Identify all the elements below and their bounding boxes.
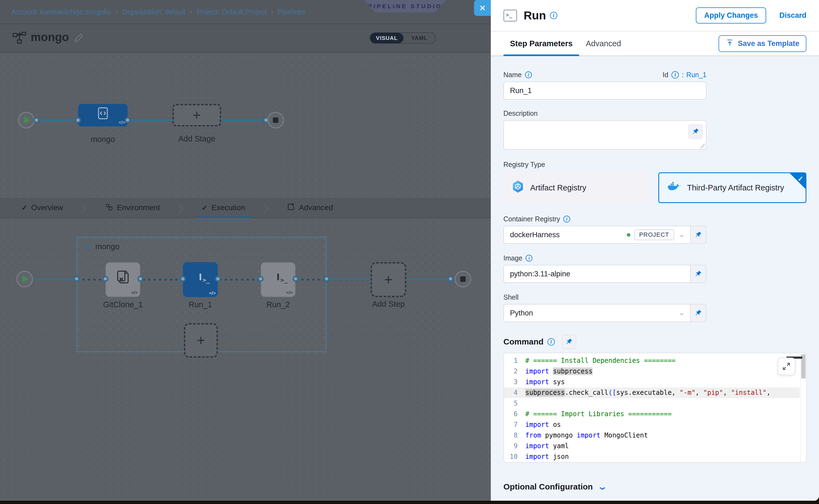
registry-type-label: Registry Type bbox=[504, 161, 806, 169]
shell-label: Shell bbox=[504, 293, 806, 301]
optional-configuration-label: Optional Configuration bbox=[504, 482, 593, 491]
add-step-button[interactable]: + bbox=[370, 262, 406, 297]
name-input[interactable] bbox=[504, 82, 707, 100]
code-line[interactable]: 7import os bbox=[504, 419, 800, 430]
code-line[interactable]: 3import sys bbox=[504, 377, 800, 387]
close-drawer-button[interactable]: ✕ bbox=[474, 0, 491, 16]
collapse-group-icon[interactable] bbox=[84, 246, 91, 248]
custom-stage-icon bbox=[96, 107, 110, 121]
stage-node-mongo[interactable]: </> bbox=[78, 104, 128, 126]
code-line[interactable]: 2import subprocess bbox=[504, 366, 800, 377]
tab-overview[interactable]: ✓ Overview bbox=[14, 198, 70, 218]
execution-end-node[interactable] bbox=[455, 271, 471, 287]
info-icon[interactable]: i bbox=[563, 216, 570, 222]
expand-editor-button[interactable] bbox=[778, 358, 795, 375]
add-step-below-button[interactable]: + bbox=[184, 323, 218, 358]
info-icon[interactable]: i bbox=[672, 71, 679, 79]
code-brackets-badge: </> bbox=[209, 291, 216, 296]
step-node-run-1-selected[interactable]: </> bbox=[183, 262, 218, 297]
pipeline-end-node[interactable] bbox=[267, 112, 284, 128]
shell-select[interactable]: Python ⌄ bbox=[504, 304, 691, 322]
plus-icon: + bbox=[197, 333, 205, 347]
pipeline-icon bbox=[13, 32, 27, 45]
info-icon[interactable]: i bbox=[550, 12, 557, 19]
tab-environment[interactable]: Environment bbox=[98, 198, 167, 218]
image-field: python:3.11-alpine bbox=[504, 265, 707, 283]
save-as-template-button[interactable]: Save as Template bbox=[719, 35, 806, 52]
command-code-editor[interactable]: 1# ====== Install Dependencies ========2… bbox=[504, 353, 807, 463]
connector-port bbox=[448, 276, 454, 282]
step-label-gitclone-1: GitClone_1 bbox=[101, 300, 145, 309]
chevron-down-icon[interactable]: ⌄ bbox=[678, 309, 685, 317]
breadcrumb-separator: › bbox=[271, 8, 273, 16]
advanced-icon bbox=[287, 203, 295, 213]
play-icon bbox=[24, 117, 30, 124]
registry-option-third-party[interactable]: Third-Party Artifact Registry ✓ bbox=[658, 172, 806, 203]
check-icon: ✓ bbox=[202, 204, 208, 212]
connector-port bbox=[124, 117, 131, 123]
optional-configuration-toggle[interactable]: Optional Configuration ⌄ bbox=[504, 482, 806, 491]
code-line[interactable]: 8from pymongo import MongoClient bbox=[504, 430, 800, 441]
connector-status-dot bbox=[627, 233, 630, 237]
stage-connector-line bbox=[26, 120, 276, 121]
add-stage-button[interactable]: + bbox=[172, 104, 221, 126]
chevron-right-icon: ❯ bbox=[80, 202, 88, 213]
pin-input-type-button[interactable] bbox=[691, 226, 707, 244]
connector-port bbox=[33, 117, 39, 123]
execution-start-node[interactable] bbox=[16, 271, 33, 287]
connector-port bbox=[102, 276, 108, 282]
tab-step-advanced[interactable]: Advanced bbox=[579, 31, 628, 56]
chevron-right-icon: ❯ bbox=[262, 202, 270, 213]
pin-input-type-button[interactable] bbox=[688, 124, 703, 139]
resize-handle[interactable] bbox=[701, 144, 705, 148]
tab-step-parameters[interactable]: Step Parameters bbox=[504, 31, 579, 56]
editor-scrollbar bbox=[800, 353, 806, 462]
registry-option-artifact[interactable]: Artifact Registry bbox=[504, 172, 649, 203]
code-line[interactable]: 4subprocess.check_call([sys.executable, … bbox=[504, 387, 800, 398]
image-input[interactable]: python:3.11-alpine bbox=[504, 265, 691, 283]
name-label: Namei bbox=[504, 71, 532, 79]
info-icon[interactable]: i bbox=[525, 71, 532, 78]
discard-button[interactable]: Discard bbox=[779, 11, 806, 20]
step-node-run-2[interactable]: </> bbox=[260, 262, 296, 297]
step-group-header[interactable]: mongo bbox=[84, 242, 120, 251]
pin-input-type-button[interactable] bbox=[691, 265, 707, 283]
connector-port bbox=[323, 276, 329, 282]
plus-icon: + bbox=[193, 108, 201, 122]
breadcrumb-pipelines[interactable]: Pipelines bbox=[278, 8, 305, 16]
description-textarea[interactable] bbox=[504, 121, 706, 149]
tab-advanced[interactable]: Advanced bbox=[280, 198, 340, 218]
breadcrumb-account[interactable]: Account: kurosakiichigo.songoku bbox=[11, 8, 111, 16]
toggle-visual[interactable]: VISUAL bbox=[370, 33, 403, 43]
container-registry-value: dockerHarness bbox=[510, 231, 560, 239]
pin-input-type-button[interactable] bbox=[691, 304, 707, 322]
apply-changes-button[interactable]: Apply Changes bbox=[696, 7, 766, 24]
connector-port bbox=[180, 276, 186, 282]
chevron-down-icon[interactable]: ⌄ bbox=[678, 231, 685, 238]
info-icon[interactable]: i bbox=[526, 255, 533, 262]
connector-port bbox=[292, 276, 299, 282]
code-line[interactable]: 9import yaml bbox=[504, 441, 800, 451]
connector-port bbox=[215, 276, 221, 282]
execution-canvas: mongo </> </> bbox=[0, 218, 491, 501]
container-registry-input[interactable]: dockerHarness PROJECT ⌄ bbox=[504, 226, 691, 244]
edit-pipeline-icon[interactable] bbox=[73, 32, 84, 46]
code-brackets-badge: </> bbox=[286, 290, 293, 296]
pin-input-type-button[interactable] bbox=[562, 335, 576, 349]
toggle-yaml[interactable]: YAML bbox=[403, 33, 435, 43]
stage-label: mongo bbox=[78, 135, 128, 144]
code-line[interactable]: 5 bbox=[504, 398, 800, 409]
code-line[interactable]: 6# ====== Import Libraries =========== bbox=[504, 409, 800, 419]
code-line[interactable]: 10import json bbox=[504, 451, 800, 462]
image-label: Imagei bbox=[504, 254, 806, 262]
info-icon[interactable]: i bbox=[548, 338, 555, 346]
breadcrumb-project[interactable]: Project: Default Project bbox=[196, 8, 267, 16]
tab-execution[interactable]: ✓ Execution bbox=[195, 198, 252, 218]
breadcrumb-organization[interactable]: Organization: default bbox=[122, 8, 186, 16]
step-node-gitclone-1[interactable]: </> bbox=[105, 262, 140, 297]
step-group-label: mongo bbox=[95, 242, 120, 251]
shell-field: Python ⌄ bbox=[504, 304, 707, 322]
pipeline-start-node[interactable] bbox=[18, 112, 34, 128]
step-id-value[interactable]: Run_1 bbox=[686, 71, 707, 79]
code-line[interactable]: 1# ====== Install Dependencies ======== bbox=[504, 355, 800, 366]
